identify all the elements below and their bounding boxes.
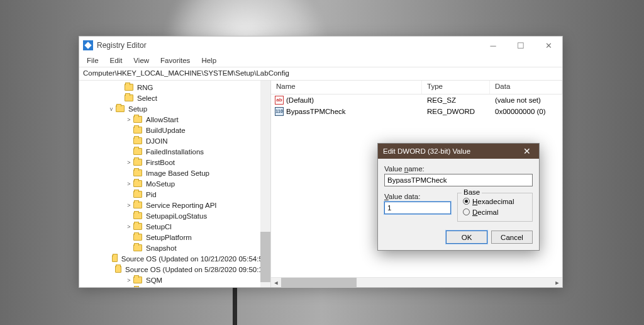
expand-icon[interactable]: > bbox=[126, 181, 132, 187]
values-header[interactable]: Name Type Data bbox=[271, 81, 562, 94]
value-type-icon: 110 bbox=[275, 107, 284, 116]
folder-icon bbox=[133, 202, 142, 208]
col-header-type[interactable]: Type bbox=[422, 81, 490, 94]
tree-item[interactable]: Pid bbox=[79, 189, 270, 200]
col-header-name[interactable]: Name bbox=[271, 81, 422, 94]
tree-item-label: FailedInstallations bbox=[145, 148, 205, 156]
address-bar[interactable]: Computer\HKEY_LOCAL_MACHINE\SYSTEM\Setup… bbox=[79, 67, 562, 81]
hscroll-left-icon[interactable]: ◄ bbox=[271, 278, 281, 288]
tree-item-label: BuildUpdate bbox=[145, 127, 187, 134]
tree-item-label: SetupapiLogStatus bbox=[145, 212, 208, 220]
dialog-title-text: Edit DWORD (32-bit) Value bbox=[383, 147, 470, 155]
hscroll-right-icon[interactable]: ► bbox=[552, 278, 562, 288]
hscroll-thumb[interactable] bbox=[281, 278, 357, 288]
tree-item[interactable]: Source OS (Updated on 10/21/2020 05:54:5… bbox=[79, 253, 270, 264]
ok-button[interactable]: OK bbox=[446, 231, 487, 244]
titlebar[interactable]: Registry Editor ─ ☐ ✕ bbox=[79, 37, 562, 54]
tree-item[interactable]: BuildUpdate bbox=[79, 125, 270, 135]
menubar: File Edit View Favorites Help bbox=[79, 54, 562, 67]
folder-icon bbox=[133, 159, 142, 166]
folder-icon bbox=[133, 116, 142, 123]
tree-item[interactable]: >SetupCl bbox=[79, 221, 270, 232]
tree-item[interactable]: >FirstBoot bbox=[79, 157, 270, 168]
value-name-field[interactable] bbox=[384, 174, 533, 186]
expand-icon[interactable]: > bbox=[126, 159, 132, 166]
menu-favorites[interactable]: Favorites bbox=[155, 55, 195, 66]
radio-hexadecimal[interactable]: Hexadecimal bbox=[463, 196, 527, 207]
menu-file[interactable]: File bbox=[82, 55, 104, 66]
tree-scrollbar-thumb[interactable] bbox=[260, 232, 270, 282]
tree-item-label: Image Based Setup bbox=[145, 169, 211, 177]
cancel-button[interactable]: Cancel bbox=[491, 231, 533, 244]
window-title: Registry Editor bbox=[97, 41, 479, 50]
tree-item[interactable]: Image Based Setup bbox=[79, 168, 270, 178]
folder-icon bbox=[133, 234, 142, 241]
menu-help[interactable]: Help bbox=[196, 55, 221, 66]
value-name-label: Value name: bbox=[384, 165, 533, 173]
tree-item-label: DJOIN bbox=[145, 137, 169, 145]
maximize-button[interactable]: ☐ bbox=[507, 37, 535, 54]
folder-icon bbox=[115, 266, 121, 273]
tree-item[interactable]: DJOIN bbox=[79, 135, 270, 146]
menu-view[interactable]: View bbox=[128, 55, 154, 66]
tree-item[interactable]: >Status bbox=[79, 285, 270, 287]
value-data-field[interactable] bbox=[384, 202, 451, 214]
tree-item[interactable]: SetupapiLogStatus bbox=[79, 210, 270, 221]
tree-item[interactable]: >AllowStart bbox=[79, 114, 270, 125]
expand-icon[interactable]: > bbox=[126, 202, 132, 208]
tree-item-label: Status bbox=[145, 287, 168, 288]
tree-item-label: Snapshot bbox=[145, 244, 178, 252]
dialog-titlebar[interactable]: Edit DWORD (32-bit) Value ✕ bbox=[378, 144, 539, 159]
tree-item-label: AllowStart bbox=[145, 116, 180, 123]
expand-icon[interactable]: > bbox=[126, 277, 132, 283]
tree-item-label: FirstBoot bbox=[145, 159, 176, 166]
folder-icon bbox=[133, 137, 142, 144]
tree-item-label: SetupCl bbox=[145, 223, 173, 231]
col-header-data[interactable]: Data bbox=[490, 81, 562, 94]
value-type-icon: ab bbox=[275, 96, 284, 105]
tree-item[interactable]: Select bbox=[79, 93, 270, 103]
value-name: (Default) bbox=[286, 96, 314, 104]
table-row[interactable]: ab(Default)REG_SZ(value not set) bbox=[271, 94, 562, 106]
close-button[interactable]: ✕ bbox=[535, 37, 562, 54]
tree-item-label: MoSetup bbox=[145, 180, 176, 188]
minimize-button[interactable]: ─ bbox=[479, 37, 507, 54]
tree-item[interactable]: Source OS (Updated on 5/28/2020 09:50:15… bbox=[79, 264, 270, 275]
folder-icon bbox=[133, 127, 142, 134]
radio-dec-icon bbox=[463, 208, 470, 215]
tree-item[interactable]: vSetup bbox=[79, 103, 270, 114]
table-row[interactable]: 110BypassTPMCheckREG_DWORD0x00000000 (0) bbox=[271, 106, 562, 117]
tree-item[interactable]: Snapshot bbox=[79, 242, 270, 253]
regedit-icon bbox=[83, 40, 93, 50]
tree-item[interactable]: >Service Reporting API bbox=[79, 200, 270, 210]
dialog-close-button[interactable]: ✕ bbox=[515, 144, 539, 159]
folder-icon bbox=[133, 277, 142, 283]
value-data: 0x00000000 (0) bbox=[490, 108, 562, 115]
tree-item[interactable]: >MoSetup bbox=[79, 178, 270, 189]
folder-icon bbox=[112, 255, 118, 262]
menu-edit[interactable]: Edit bbox=[105, 55, 128, 66]
folder-icon bbox=[133, 212, 142, 219]
expand-icon[interactable]: v bbox=[108, 106, 114, 112]
folder-icon bbox=[125, 94, 133, 101]
value-data: (value not set) bbox=[490, 96, 562, 104]
expand-icon[interactable]: > bbox=[126, 224, 132, 230]
folder-icon bbox=[133, 180, 142, 187]
value-type: REG_DWORD bbox=[422, 108, 490, 115]
tree-item[interactable]: SetupPlatform bbox=[79, 232, 270, 242]
horizontal-scrollbar[interactable]: ◄ ► bbox=[271, 277, 562, 287]
tree-item-label: Setup bbox=[127, 105, 148, 113]
folder-icon bbox=[116, 105, 125, 112]
tree-item[interactable]: FailedInstallations bbox=[79, 146, 270, 157]
tree-item-label: Source OS (Updated on 10/21/2020 05:54:5… bbox=[120, 255, 270, 263]
tree-item-label: Pid bbox=[145, 191, 158, 198]
radio-decimal[interactable]: Decimal bbox=[463, 207, 527, 217]
value-type: REG_SZ bbox=[422, 96, 490, 104]
tree-item[interactable]: >SQM bbox=[79, 275, 270, 285]
tree-item-label: Service Reporting API bbox=[145, 202, 218, 209]
tree-item[interactable]: RNG bbox=[79, 82, 270, 93]
folder-icon bbox=[133, 148, 142, 155]
expand-icon[interactable]: > bbox=[126, 117, 132, 123]
tree-pane[interactable]: RNGSelectvSetup>AllowStartBuildUpdateDJO… bbox=[79, 81, 271, 287]
folder-icon bbox=[133, 223, 142, 230]
